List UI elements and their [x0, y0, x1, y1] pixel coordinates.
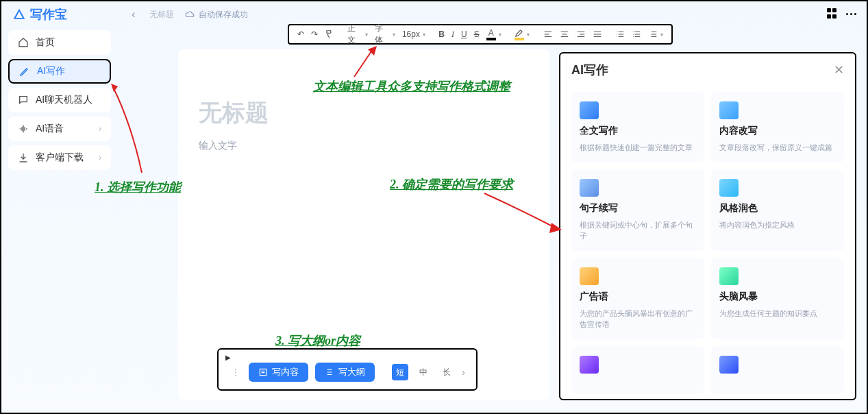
ai-card-brainstorm[interactable]: 头脑风暴 为您生成任何主题的知识要点: [711, 258, 844, 339]
undo-button[interactable]: ↶: [295, 27, 307, 42]
voice-icon: [18, 123, 29, 134]
align-left-button[interactable]: [541, 27, 556, 42]
ai-card-continue[interactable]: 句子续写 根据关键词或中心句，扩展多个句子: [571, 169, 704, 251]
chevron-right-icon: ›: [99, 124, 101, 134]
font-family-select[interactable]: 字体: [372, 27, 398, 42]
card-desc: 为您的产品头脑风暴出有创意的广告宣传语: [580, 308, 696, 330]
format-painter-button[interactable]: [322, 27, 337, 42]
ai-card-slogan[interactable]: 广告语 为您的产品头脑风暴出有创意的广告宣传语: [571, 258, 704, 339]
sidebar-item-voice[interactable]: AI语音 ›: [8, 117, 111, 141]
sidebar-item-label: AI写作: [37, 65, 65, 77]
ai-card-fullwrite[interactable]: 全文写作 根据标题快速创建一篇完整的文章: [571, 92, 704, 162]
highlight-button[interactable]: [512, 27, 532, 42]
italic-button[interactable]: I: [449, 27, 457, 42]
download-icon: [18, 152, 29, 163]
redo-button[interactable]: ↷: [308, 27, 321, 42]
ai-card-8[interactable]: [711, 346, 844, 394]
title-input[interactable]: 无标题: [199, 97, 529, 129]
card-title: 内容改写: [719, 125, 836, 137]
svg-marker-4: [111, 84, 118, 92]
ai-card-7[interactable]: [571, 346, 704, 394]
ai-card-rewrite[interactable]: 内容改写 文章段落改写，保留原义一键成篇: [711, 92, 844, 162]
card-desc: 文章段落改写，保留原义一键成篇: [719, 143, 836, 153]
rewrite-icon: [719, 101, 739, 119]
svg-point-1: [633, 34, 634, 34]
card-icon: [719, 356, 739, 374]
sidebar-item-label: AI语音: [36, 123, 64, 135]
write-outline-button[interactable]: 写大纲: [315, 363, 375, 382]
compose-bar: ▶ ⋮ 写内容 写大纲 短 中 长 ›: [217, 348, 478, 391]
card-desc: 根据标题快速创建一篇完整的文章: [580, 143, 696, 153]
align-right-button[interactable]: [573, 27, 588, 42]
annotation-1: 1. 选择写作功能: [95, 179, 181, 195]
play-icon: ▶: [225, 354, 231, 361]
font-color-button[interactable]: A: [484, 27, 504, 42]
apps-grid-icon[interactable]: [827, 8, 838, 19]
ad-icon: [580, 267, 599, 285]
line-height-button[interactable]: [645, 27, 666, 42]
sidebar-item-label: 客户端下载: [36, 151, 84, 164]
svg-point-0: [633, 32, 634, 32]
sidebar-item-chatbot[interactable]: AI聊天机器人: [8, 88, 111, 112]
ai-card-polish[interactable]: 风格润色 将内容润色为指定风格: [711, 169, 844, 251]
cloud-icon: [185, 10, 195, 19]
card-desc: 将内容润色为指定风格: [719, 220, 836, 230]
bold-button[interactable]: B: [436, 27, 447, 42]
doc-icon: [580, 101, 599, 119]
body-input[interactable]: 输入文字: [199, 140, 529, 152]
sidebar-item-label: 首页: [36, 36, 55, 49]
back-icon[interactable]: ‹: [129, 10, 138, 19]
continue-icon: [580, 179, 599, 197]
card-title: 风格润色: [719, 202, 836, 215]
app-name: 写作宝: [30, 6, 67, 23]
length-long-button[interactable]: 长: [438, 364, 455, 380]
strike-button[interactable]: S: [471, 27, 482, 42]
ordered-list-button[interactable]: [612, 27, 628, 42]
autosave-status: 自动保存成功: [199, 9, 248, 21]
length-short-button[interactable]: 短: [392, 364, 408, 380]
underline-button[interactable]: U: [458, 27, 470, 42]
chevron-right-icon: ›: [99, 153, 101, 162]
write-content-button[interactable]: 写内容: [249, 363, 308, 382]
card-title: 全文写作: [580, 125, 696, 137]
ai-panel-title: AI写作: [571, 62, 608, 78]
card-desc: 为您生成任何主题的知识要点: [719, 308, 836, 319]
next-icon[interactable]: ›: [462, 367, 465, 378]
card-title: 头脑风暴: [719, 291, 836, 303]
write-content-label: 写内容: [272, 366, 299, 378]
sidebar-item-ai-write[interactable]: AI写作: [8, 59, 111, 84]
align-justify-button[interactable]: [590, 27, 605, 42]
svg-point-2: [633, 36, 634, 37]
align-center-button[interactable]: [557, 27, 572, 42]
card-title: 句子续写: [580, 202, 696, 215]
close-icon[interactable]: ✕: [834, 62, 844, 77]
chat-icon: [18, 95, 29, 106]
ai-writing-panel: AI写作 ✕ 全文写作 根据标题快速创建一篇完整的文章 内容改写 文章段落改写，…: [559, 52, 856, 400]
unordered-list-button[interactable]: [629, 27, 644, 42]
paragraph-style-select[interactable]: 正文: [345, 27, 371, 42]
sidebar-item-label: AI聊天机器人: [36, 94, 92, 106]
write-outline-label: 写大纲: [338, 366, 365, 378]
card-icon: [580, 356, 599, 374]
drag-handle-icon[interactable]: ⋮: [230, 367, 242, 378]
card-desc: 根据关键词或中心句，扩展多个句子: [580, 220, 696, 241]
sidebar-item-download[interactable]: 客户端下载 ›: [8, 145, 111, 170]
app-logo[interactable]: 写作宝: [12, 6, 115, 23]
annotation-arrow-1: [111, 84, 152, 180]
breadcrumb-doc: 无标题: [149, 9, 174, 21]
more-icon[interactable]: [846, 8, 857, 19]
font-size-select[interactable]: 16px: [399, 27, 428, 42]
pen-icon: [19, 66, 30, 77]
card-title: 广告语: [580, 291, 696, 303]
sidebar-item-home[interactable]: 首页: [8, 30, 111, 55]
home-icon: [18, 37, 29, 48]
polish-icon: [719, 179, 739, 197]
length-medium-button[interactable]: 中: [415, 364, 432, 380]
brainstorm-icon: [719, 267, 739, 285]
sidebar: 首页 AI写作 AI聊天机器人 AI语音 › 客户端下载 ›: [8, 30, 111, 170]
format-toolbar: ↶ ↷ 正文 字体 16px B I U S A: [288, 24, 673, 45]
